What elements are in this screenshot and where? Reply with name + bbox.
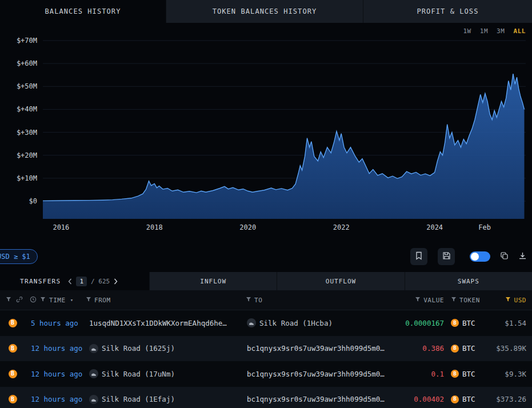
entity-name: Silk Road (1Efaj) (102, 395, 175, 403)
download-button[interactable] (518, 251, 527, 262)
to-address-link[interactable]: bc1qnysx9sr0s7uw39awr3hh099d5m0… (247, 370, 385, 378)
to-entity-link[interactable]: Silk Road (1Hcba) (247, 318, 333, 327)
bookmark-button[interactable] (410, 248, 427, 265)
link-icon[interactable] (16, 296, 23, 305)
y-axis-label: $0 (29, 197, 37, 205)
range-1w[interactable]: 1W (463, 27, 471, 35)
filter-icon[interactable] (40, 297, 46, 304)
chart-x-axis: 20162018202020222024Feb (43, 223, 526, 234)
copy-icon (500, 251, 509, 262)
time-link[interactable]: 12 hours ago (31, 370, 82, 378)
range-3m[interactable]: 3M (497, 27, 505, 35)
time-link[interactable]: 12 hours ago (31, 395, 82, 403)
transfer-value: 0.1 (400, 370, 444, 378)
app-root: BALANCES HISTORY TOKEN BALANCES HISTORY … (0, 0, 532, 408)
tab-profit-and-loss[interactable]: PROFIT & LOSS (363, 0, 532, 23)
tab-token-balances-history[interactable]: TOKEN BALANCES HISTORY (166, 0, 363, 23)
filter-icon[interactable] (415, 297, 421, 304)
entity-name: Silk Road (1625j) (102, 344, 175, 353)
filter-icon[interactable] (246, 297, 251, 304)
usd-filter-pill[interactable]: USD ≥ $1 (0, 249, 38, 264)
clock-icon (30, 296, 37, 305)
transfer-value: 0.386 (400, 344, 444, 353)
tab-swaps[interactable]: SWAPS (405, 272, 532, 290)
range-1m[interactable]: 1M (480, 27, 488, 35)
column-label-time[interactable]: TIME (49, 297, 66, 304)
top-tab-bar: BALANCES HISTORY TOKEN BALANCES HISTORY … (0, 0, 532, 23)
chart-controls (410, 248, 527, 265)
page-number-input[interactable]: 1 (76, 277, 87, 286)
filter-icon[interactable] (6, 297, 11, 304)
prev-page-button[interactable] (68, 278, 72, 285)
column-label-token[interactable]: TOKEN (459, 297, 480, 304)
btc-token-icon: B (451, 370, 459, 378)
silk-road-icon (89, 344, 98, 353)
table-row[interactable]: B12 hours agoSilk Road (17uNm)bc1qnysx9s… (0, 361, 532, 387)
table-row[interactable]: B12 hours agoSilk Road (1Efaj)bc1qnysx9s… (0, 387, 532, 408)
x-axis-label: 2018 (146, 223, 163, 231)
silk-road-icon (247, 318, 256, 327)
tab-outflow[interactable]: OUTFLOW (277, 272, 404, 290)
from-address-link[interactable]: 1usqdND1XXsTx1DDkWKXormEAhqd6he… (89, 319, 227, 327)
time-link[interactable]: 12 hours ago (31, 344, 82, 353)
transfers-header: TRANSFERS 1 / 625 (0, 272, 149, 290)
column-label-usd[interactable]: USD (514, 297, 526, 304)
usd-value: $35.89K (489, 344, 526, 353)
filter-icon[interactable] (505, 297, 511, 304)
entity-name: Silk Road (1Hcba) (259, 319, 333, 327)
column-label-from[interactable]: FROM (94, 297, 111, 304)
y-axis-label: $+10M (17, 174, 37, 182)
y-axis-label: $+50M (17, 82, 37, 90)
silk-road-icon (89, 369, 98, 378)
chart-y-axis: $+70M$+60M$+50M$+40M$+30M$+20M$+10M$0 (0, 36, 39, 213)
table-row[interactable]: B5 hours ago1usqdND1XXsTx1DDkWKXormEAhqd… (0, 310, 532, 336)
to-address-link[interactable]: bc1qnysx9sr0s7uw39awr3hh099d5m0… (247, 344, 385, 353)
usd-value: $373.26 (489, 395, 526, 403)
balance-chart[interactable] (43, 36, 526, 219)
page-total: / 625 (91, 278, 110, 285)
transfer-value: 0.0000167 (400, 319, 444, 327)
usd-value: $9.3K (489, 370, 526, 378)
x-axis-label: Feb (478, 223, 491, 231)
btc-chain-icon: B (9, 370, 17, 378)
tab-balances-history[interactable]: BALANCES HISTORY (0, 0, 166, 23)
entity-name: Silk Road (17uNm) (102, 370, 175, 378)
btc-chain-icon: B (9, 395, 17, 403)
from-entity-link[interactable]: Silk Road (1Efaj) (89, 395, 175, 404)
copy-button[interactable] (500, 251, 509, 262)
save-button[interactable] (438, 248, 455, 265)
x-axis-label: 2016 (53, 223, 69, 231)
x-axis-label: 2024 (426, 223, 443, 231)
usd-value: $1.54 (489, 319, 526, 327)
token-symbol: BTC (462, 395, 475, 403)
from-entity-link[interactable]: Silk Road (17uNm) (89, 369, 175, 378)
from-entity-link[interactable]: Silk Road (1625j) (89, 344, 175, 353)
time-link[interactable]: 5 hours ago (31, 319, 78, 327)
next-page-button[interactable] (114, 278, 118, 285)
download-icon (518, 251, 527, 262)
tab-transfers[interactable]: TRANSFERS (20, 278, 61, 285)
table-row[interactable]: B12 hours agoSilk Road (1625j)bc1qnysx9s… (0, 336, 532, 362)
y-axis-label: $+20M (17, 151, 37, 159)
y-axis-label: $+40M (17, 105, 37, 113)
x-axis-label: 2022 (333, 223, 350, 231)
to-address-link[interactable]: bc1qnysx9sr0s7uw39awr3hh099d5m0… (247, 395, 385, 403)
range-all[interactable]: ALL (513, 27, 526, 35)
filter-icon[interactable] (451, 297, 457, 304)
tab-inflow[interactable]: INFLOW (149, 272, 277, 290)
chart-mode-toggle[interactable] (470, 251, 490, 262)
column-label-value[interactable]: VALUE (423, 297, 444, 304)
time-range-selector: 1W 1M 3M ALL (463, 27, 526, 35)
filter-icon[interactable] (86, 297, 91, 304)
column-label-to[interactable]: TO (254, 297, 262, 304)
toggle-knob (471, 253, 479, 261)
transfer-value: 0.00402 (400, 395, 444, 403)
transfers-tab-bar: TRANSFERS 1 / 625 INFLOW OUTFLOW SWAPS (0, 272, 532, 290)
pagination: 1 / 625 (68, 277, 118, 286)
btc-chain-icon: B (9, 319, 17, 327)
table-header: TIME ▾ FROM TO VALUE TOKEN USD (0, 290, 532, 310)
save-icon (442, 251, 451, 262)
chevron-down-icon[interactable]: ▾ (70, 297, 74, 303)
token-symbol: BTC (462, 344, 475, 353)
y-axis-label: $+60M (17, 59, 37, 67)
